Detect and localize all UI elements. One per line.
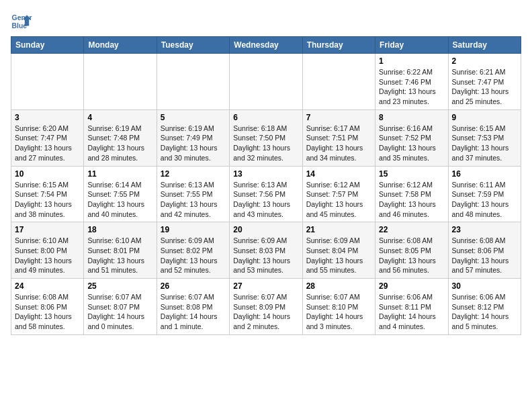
day-number: 29 [379,281,444,291]
day-info: Sunrise: 6:20 AM Sunset: 7:47 PM Dayligh… [15,124,80,163]
day-info: Sunrise: 6:06 AM Sunset: 8:11 PM Dayligh… [379,292,444,332]
calendar-cell: 2Sunrise: 6:21 AM Sunset: 7:47 PM Daylig… [448,54,521,110]
day-number: 9 [452,113,517,122]
day-info: Sunrise: 6:08 AM Sunset: 8:06 PM Dayligh… [452,236,517,275]
calendar-cell: 7Sunrise: 6:17 AM Sunset: 7:51 PM Daylig… [302,109,375,166]
day-info: Sunrise: 6:06 AM Sunset: 8:12 PM Dayligh… [452,292,517,332]
calendar-week-row: 3Sunrise: 6:20 AM Sunset: 7:47 PM Daylig… [11,109,521,166]
day-number: 5 [161,113,226,122]
calendar-cell: 26Sunrise: 6:07 AM Sunset: 8:08 PM Dayli… [157,279,229,335]
calendar-cell: 9Sunrise: 6:15 AM Sunset: 7:53 PM Daylig… [448,109,521,166]
day-number: 25 [87,281,152,291]
day-number: 26 [161,281,226,291]
day-number: 28 [306,281,371,291]
calendar-cell [84,54,157,110]
calendar-cell [302,54,375,110]
day-number: 10 [15,169,80,179]
calendar-cell: 10Sunrise: 6:15 AM Sunset: 7:54 PM Dayli… [11,166,84,222]
weekday-header-tuesday: Tuesday [157,37,229,54]
day-info: Sunrise: 6:08 AM Sunset: 8:06 PM Dayligh… [15,292,80,332]
day-info: Sunrise: 6:10 AM Sunset: 8:00 PM Dayligh… [15,236,80,275]
day-number: 17 [15,225,80,234]
day-info: Sunrise: 6:16 AM Sunset: 7:52 PM Dayligh… [379,124,444,163]
calendar-cell: 13Sunrise: 6:13 AM Sunset: 7:56 PM Dayli… [230,166,302,222]
calendar-cell: 12Sunrise: 6:13 AM Sunset: 7:55 PM Dayli… [157,166,229,222]
calendar-cell: 30Sunrise: 6:06 AM Sunset: 8:12 PM Dayli… [448,279,521,335]
day-number: 24 [15,281,80,291]
calendar-cell: 25Sunrise: 6:07 AM Sunset: 8:07 PM Dayli… [84,279,157,335]
calendar-cell: 15Sunrise: 6:12 AM Sunset: 7:58 PM Dayli… [375,166,448,222]
day-info: Sunrise: 6:09 AM Sunset: 8:02 PM Dayligh… [161,236,226,275]
day-number: 20 [233,225,298,234]
calendar-table: SundayMondayTuesdayWednesdayThursdayFrid… [11,36,521,335]
day-number: 19 [161,225,226,234]
day-number: 22 [379,225,444,234]
day-number: 7 [306,113,371,122]
day-number: 16 [452,169,517,179]
calendar-week-row: 17Sunrise: 6:10 AM Sunset: 8:00 PM Dayli… [11,222,521,279]
calendar-week-row: 1Sunrise: 6:22 AM Sunset: 7:46 PM Daylig… [11,54,521,110]
day-info: Sunrise: 6:12 AM Sunset: 7:58 PM Dayligh… [379,180,444,220]
day-info: Sunrise: 6:11 AM Sunset: 7:59 PM Dayligh… [452,180,517,220]
calendar-cell: 23Sunrise: 6:08 AM Sunset: 8:06 PM Dayli… [448,222,521,279]
day-number: 21 [306,225,371,234]
calendar-cell: 14Sunrise: 6:12 AM Sunset: 7:57 PM Dayli… [302,166,375,222]
calendar-cell: 19Sunrise: 6:09 AM Sunset: 8:02 PM Dayli… [157,222,229,279]
day-number: 12 [161,169,226,179]
day-info: Sunrise: 6:19 AM Sunset: 7:48 PM Dayligh… [87,124,152,163]
day-info: Sunrise: 6:15 AM Sunset: 7:54 PM Dayligh… [15,180,80,220]
day-info: Sunrise: 6:22 AM Sunset: 7:46 PM Dayligh… [379,67,444,107]
day-info: Sunrise: 6:13 AM Sunset: 7:56 PM Dayligh… [233,180,298,220]
day-number: 23 [452,225,517,234]
calendar-cell: 4Sunrise: 6:19 AM Sunset: 7:48 PM Daylig… [84,109,157,166]
calendar-cell: 5Sunrise: 6:19 AM Sunset: 7:49 PM Daylig… [157,109,229,166]
day-info: Sunrise: 6:14 AM Sunset: 7:55 PM Dayligh… [87,180,152,220]
logo: General Blue [11,11,35,32]
calendar-cell: 3Sunrise: 6:20 AM Sunset: 7:47 PM Daylig… [11,109,84,166]
weekday-header-row: SundayMondayTuesdayWednesdayThursdayFrid… [11,37,521,54]
calendar-cell: 17Sunrise: 6:10 AM Sunset: 8:00 PM Dayli… [11,222,84,279]
day-number: 15 [379,169,444,179]
day-info: Sunrise: 6:17 AM Sunset: 7:51 PM Dayligh… [306,124,371,163]
day-info: Sunrise: 6:07 AM Sunset: 8:09 PM Dayligh… [233,292,298,332]
calendar-cell: 29Sunrise: 6:06 AM Sunset: 8:11 PM Dayli… [375,279,448,335]
calendar-cell [157,54,229,110]
calendar-cell: 20Sunrise: 6:09 AM Sunset: 8:03 PM Dayli… [230,222,302,279]
calendar-week-row: 10Sunrise: 6:15 AM Sunset: 7:54 PM Dayli… [11,166,521,222]
calendar-cell: 22Sunrise: 6:08 AM Sunset: 8:05 PM Dayli… [375,222,448,279]
weekday-header-friday: Friday [375,37,448,54]
day-number: 30 [452,281,517,291]
calendar-cell: 24Sunrise: 6:08 AM Sunset: 8:06 PM Dayli… [11,279,84,335]
day-number: 18 [87,225,152,234]
calendar-cell: 27Sunrise: 6:07 AM Sunset: 8:09 PM Dayli… [230,279,302,335]
calendar-week-row: 24Sunrise: 6:08 AM Sunset: 8:06 PM Dayli… [11,279,521,335]
calendar-cell: 8Sunrise: 6:16 AM Sunset: 7:52 PM Daylig… [375,109,448,166]
day-number: 1 [379,56,444,66]
day-number: 3 [15,113,80,122]
day-info: Sunrise: 6:21 AM Sunset: 7:47 PM Dayligh… [452,67,517,107]
calendar-cell: 1Sunrise: 6:22 AM Sunset: 7:46 PM Daylig… [375,54,448,110]
day-info: Sunrise: 6:13 AM Sunset: 7:55 PM Dayligh… [161,180,226,220]
calendar-cell: 11Sunrise: 6:14 AM Sunset: 7:55 PM Dayli… [84,166,157,222]
day-info: Sunrise: 6:07 AM Sunset: 8:10 PM Dayligh… [306,292,371,332]
calendar-header: SundayMondayTuesdayWednesdayThursdayFrid… [11,37,521,54]
day-info: Sunrise: 6:09 AM Sunset: 8:04 PM Dayligh… [306,236,371,275]
day-info: Sunrise: 6:15 AM Sunset: 7:53 PM Dayligh… [452,124,517,163]
calendar-cell: 18Sunrise: 6:10 AM Sunset: 8:01 PM Dayli… [84,222,157,279]
weekday-header-saturday: Saturday [448,37,521,54]
calendar-cell: 6Sunrise: 6:18 AM Sunset: 7:50 PM Daylig… [230,109,302,166]
day-info: Sunrise: 6:19 AM Sunset: 7:49 PM Dayligh… [161,124,226,163]
day-number: 4 [87,113,152,122]
weekday-header-monday: Monday [84,37,157,54]
weekday-header-wednesday: Wednesday [230,37,302,54]
calendar-cell [11,54,84,110]
day-info: Sunrise: 6:18 AM Sunset: 7:50 PM Dayligh… [233,124,298,163]
day-number: 27 [233,281,298,291]
day-number: 8 [379,113,444,122]
day-info: Sunrise: 6:08 AM Sunset: 8:05 PM Dayligh… [379,236,444,275]
day-info: Sunrise: 6:07 AM Sunset: 8:07 PM Dayligh… [87,292,152,332]
weekday-header-sunday: Sunday [11,37,84,54]
calendar-cell: 16Sunrise: 6:11 AM Sunset: 7:59 PM Dayli… [448,166,521,222]
day-info: Sunrise: 6:07 AM Sunset: 8:08 PM Dayligh… [161,292,226,332]
day-number: 6 [233,113,298,122]
